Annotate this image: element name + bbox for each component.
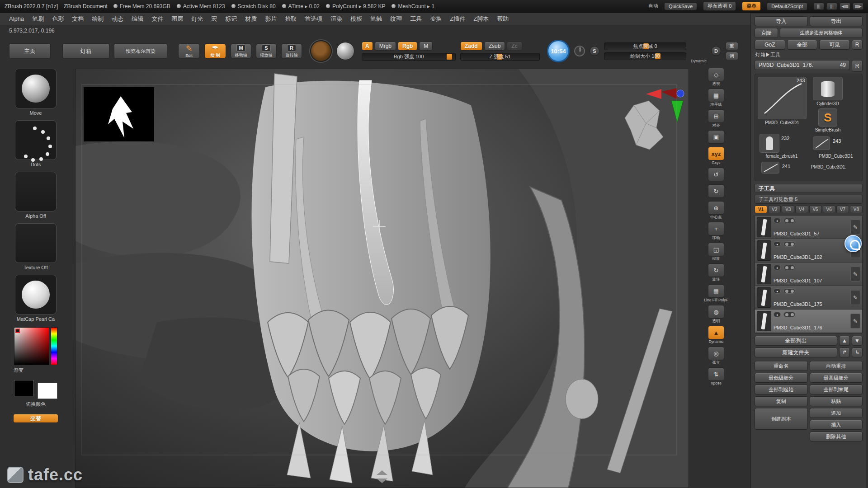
shelf-toggle-button[interactable]: ◍ 透明 [708, 305, 724, 323]
menu-item[interactable]: 编辑 [128, 14, 147, 24]
menu-item[interactable]: 绘制 [88, 14, 107, 24]
r-button[interactable]: R [852, 40, 863, 50]
menu-item[interactable]: 模板 [347, 14, 366, 24]
clock-widget[interactable]: 10:54 [547, 40, 570, 62]
subtool-version-tab[interactable]: V2 [768, 206, 781, 213]
shelf-toggle-button[interactable]: ↻ 旋转 [708, 263, 724, 282]
shelf-toggle-button[interactable]: xyz Gxyz [708, 147, 724, 165]
rgb-button[interactable]: Rgb [398, 42, 417, 51]
paste-button[interactable]: 粘贴 [810, 396, 863, 406]
tool-thumb-label[interactable]: SimpleBrush [809, 127, 846, 132]
menu-item[interactable]: 拾取 [281, 14, 300, 24]
focal-dial-icon[interactable] [574, 46, 585, 56]
rename-pen-icon[interactable]: ✎ [850, 314, 860, 328]
color-picker[interactable] [14, 327, 57, 365]
main-color-swatch[interactable] [14, 380, 34, 396]
tool-thumb-label[interactable]: PM3D_Cube3D1 [757, 120, 807, 125]
rename-button[interactable]: 重命名 [755, 361, 808, 371]
subtool-version-tab[interactable]: V8 [850, 206, 863, 213]
shelf-toggle-button[interactable]: ▤ 地平线 [708, 89, 724, 107]
highest-subdiv-button[interactable]: 最高级细分 [810, 373, 863, 383]
rgb-intensity-slider[interactable]: Rgb 强度 100 [362, 53, 456, 61]
goz-button[interactable]: GoZ [755, 40, 785, 50]
texture-selector[interactable] [15, 223, 57, 263]
zscript-button[interactable]: DefaultZScript [767, 2, 807, 10]
all-to-start-button[interactable]: 全部到起始 [755, 385, 808, 394]
visibility-eye-icon[interactable]: ● [774, 265, 781, 270]
subtool-version-tab[interactable]: V7 [836, 206, 849, 213]
subtool-version-tab[interactable]: V5 [809, 206, 822, 213]
list-all-button[interactable]: 全部列出 [755, 336, 837, 346]
shelf-toggle-button[interactable]: ◎ 孤立 [708, 347, 724, 365]
subtool-row[interactable]: ● PM3D_Cube3D1_107 ✎ [755, 263, 862, 286]
hue-strip[interactable] [51, 327, 57, 365]
stroke-type-selector[interactable] [15, 120, 57, 160]
dock-icon[interactable]: ◀▦ [840, 3, 850, 10]
clipped-button-top[interactable]: 重 [726, 42, 738, 50]
edit-mode-button[interactable]: ✎ Edit [178, 43, 200, 59]
clone-button[interactable]: 克隆 [755, 28, 778, 38]
z-intensity-slider[interactable]: Z 强度 51 [460, 53, 540, 61]
all-to-end-button[interactable]: 全部到末尾 [810, 385, 863, 394]
tool-thumb-female[interactable] [760, 134, 779, 153]
home-button[interactable]: 主页 [9, 43, 51, 59]
alternate-button[interactable]: 交替 [13, 414, 58, 423]
subtool-visible-count[interactable]: 子工具可见数量 5 [755, 195, 863, 204]
menu-button[interactable]: 菜单 [742, 1, 761, 11]
zsub-button[interactable]: Zsub [484, 42, 505, 51]
preview-boolean-button[interactable]: 预览布尔渲染 [114, 43, 167, 59]
ui-transparency-button[interactable]: 界面透明 0 [703, 1, 736, 11]
saturation-value-box[interactable] [14, 327, 49, 365]
focal-shift-slider[interactable]: 焦点衰减 0 [604, 42, 686, 50]
menu-item[interactable]: 首选项 [301, 14, 326, 24]
subtool-version-tab[interactable]: V6 [823, 206, 835, 213]
lightbox-button[interactable]: 灯箱 [62, 43, 109, 59]
subtool-version-tab[interactable]: V3 [782, 206, 794, 213]
tool-thumb-label[interactable]: Cylinder3D [809, 101, 846, 106]
paint-toggle-icon[interactable] [783, 241, 795, 247]
goz-all-button[interactable]: 全部 [787, 40, 818, 50]
shelf-toggle-button[interactable]: ◇ 透视 [708, 68, 724, 86]
export-button[interactable]: 导出 [810, 16, 863, 26]
subtool-version-tab[interactable]: V4 [795, 206, 808, 213]
alpha-selector[interactable] [15, 172, 57, 211]
append-button[interactable]: 追加 [810, 408, 863, 418]
menu-item[interactable]: 文件 [148, 14, 167, 24]
clipped-button-bottom[interactable]: 调 [726, 52, 738, 60]
menu-item[interactable]: 帮助 [493, 14, 512, 24]
move-down-button[interactable]: ▼ [852, 336, 863, 346]
menu-item[interactable]: Alpha [5, 14, 28, 23]
rename-pen-icon[interactable]: ✎ [850, 220, 860, 235]
menu-item[interactable]: 文档 [68, 14, 87, 24]
menu-item[interactable]: 标记 [222, 14, 241, 24]
import-button[interactable]: 导入 [755, 16, 808, 26]
subtool-header[interactable]: 子工具 [755, 184, 863, 193]
shelf-toggle-button[interactable]: ↻ [708, 184, 724, 198]
new-folder-button[interactable]: 新建文件夹 [755, 347, 837, 357]
material-selector[interactable] [15, 275, 57, 314]
paint-toggle-icon[interactable] [783, 265, 795, 270]
shelf-toggle-button[interactable]: + 移动 [708, 222, 724, 240]
menu-item[interactable]: 材质 [241, 14, 260, 24]
tool-thumb-cube3[interactable] [761, 162, 779, 174]
mrgb-button[interactable]: Mrgb [375, 42, 396, 51]
menu-item[interactable]: 灯光 [188, 14, 207, 24]
secondary-color-swatch[interactable] [38, 383, 57, 399]
menu-item[interactable]: 动态 [108, 14, 127, 24]
move-mode-button[interactable]: M 移动轴 [231, 43, 251, 59]
menu-item[interactable]: 变换 [426, 14, 445, 24]
auto-reorder-button[interactable]: 自动重排 [810, 361, 863, 371]
menu-item[interactable]: 纹理 [387, 14, 406, 24]
draw-size-slider[interactable]: 绘制大小 180 [604, 52, 686, 60]
scale-mode-button[interactable]: S 缩放轴 [256, 43, 277, 59]
shelf-toggle-button[interactable]: ⊕ 中心点 [708, 201, 724, 219]
menu-item[interactable]: 色彩 [48, 14, 67, 24]
shelf-toggle-button[interactable]: ▣ [708, 130, 724, 144]
move-in-button[interactable]: ↱ [839, 347, 850, 357]
r-button-2[interactable]: R [852, 60, 863, 72]
dock-icon[interactable]: ||| [813, 3, 824, 10]
active-tool-button[interactable]: PM3D_Cube3D1_176. 49 [755, 60, 850, 70]
menu-item[interactable]: 影片 [261, 14, 280, 24]
tool-thumb-cube2[interactable] [813, 136, 830, 150]
visibility-eye-icon[interactable]: ● [774, 218, 781, 223]
